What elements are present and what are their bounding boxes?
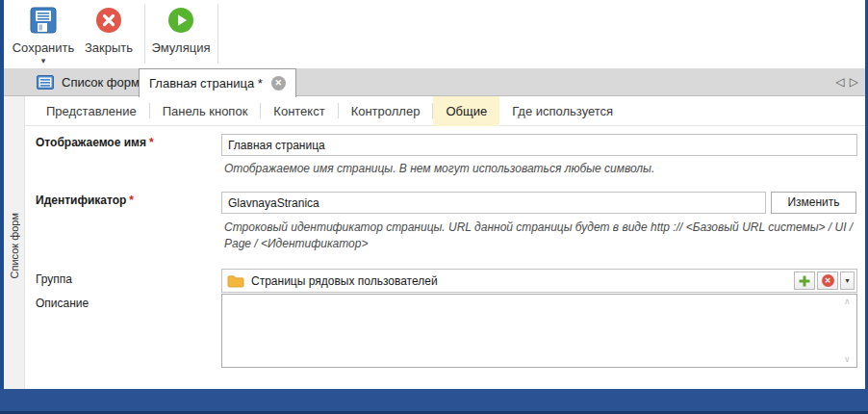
save-button-label: Сохранить	[13, 40, 75, 55]
description-textarea[interactable]	[221, 294, 857, 368]
toolbar: Сохранить ▾ Закрыть Эмуляция	[4, 0, 865, 69]
scroll-down-icon[interactable]: ∨	[844, 354, 851, 364]
identifier-label: Идентификатор*	[36, 194, 134, 207]
remove-circle-icon: ✕	[822, 274, 834, 287]
group-field-buttons: ✕ ▾	[794, 272, 855, 290]
description-label: Описание	[36, 297, 89, 310]
subtab-context[interactable]: Контекст	[261, 96, 337, 126]
identifier-hint: Строковый идентификатор страницы. URL да…	[224, 220, 857, 252]
save-button[interactable]: Сохранить ▾	[10, 0, 77, 68]
tab-main-page[interactable]: Главная страница * ✕	[139, 68, 296, 97]
side-panel-label: Список форм	[9, 213, 20, 279]
emulation-button-label: Эмуляция	[152, 40, 211, 55]
tab-scroll-right-icon[interactable]: ▷	[850, 75, 858, 89]
toolbar-separator	[144, 4, 145, 64]
scroll-up-icon[interactable]: ∧	[844, 297, 851, 306]
save-dropdown-icon[interactable]: ▾	[41, 57, 46, 65]
subtab-bar: Представление Панель кнопок Контекст Кон…	[25, 96, 865, 126]
display-name-hint: Отображаемое имя страницы. В нем могут и…	[224, 161, 654, 177]
play-circle-icon	[167, 7, 194, 38]
display-name-input[interactable]	[221, 134, 857, 156]
tab-scroll-left-icon[interactable]: ◁	[836, 75, 845, 89]
close-circle-icon	[95, 7, 122, 38]
identifier-input[interactable]	[221, 192, 766, 214]
tab-forms-list[interactable]: Список форм	[27, 68, 149, 96]
chevron-down-icon: ▾	[845, 276, 849, 285]
folder-icon	[227, 274, 244, 288]
clear-group-button[interactable]: ✕	[817, 272, 838, 290]
group-field[interactable]: Страницы рядовых пользователей ✕ ▾	[221, 269, 857, 293]
required-marker: *	[149, 136, 154, 149]
close-button[interactable]: Закрыть	[81, 0, 137, 68]
emulation-button[interactable]: Эмуляция	[150, 0, 212, 68]
save-icon	[30, 7, 57, 38]
tab-forms-list-label: Список форм	[62, 75, 140, 90]
display-name-label: Отображаемое имя*	[36, 136, 154, 149]
subtab-buttons-panel[interactable]: Панель кнопок	[150, 96, 261, 126]
plus-icon	[799, 275, 810, 287]
close-button-label: Закрыть	[85, 40, 133, 55]
form-designer-window: Сохранить ▾ Закрыть Эмуляция	[0, 0, 868, 414]
tab-close-icon[interactable]: ✕	[271, 76, 286, 91]
group-dropdown-button[interactable]: ▾	[840, 272, 855, 290]
subtab-general[interactable]: Общие	[433, 96, 499, 126]
add-group-button[interactable]	[794, 272, 815, 290]
status-bar	[0, 389, 868, 411]
tab-main-page-label: Главная страница *	[149, 76, 263, 91]
required-marker: *	[129, 194, 134, 207]
side-panel-tab[interactable]: Список форм	[4, 183, 25, 308]
document-tabstrip: Список форм Главная страница * ✕ ◁ ▷	[4, 68, 865, 96]
subtab-where-used[interactable]: Где используется	[499, 96, 625, 126]
toolbar-separator	[217, 4, 218, 64]
subtab-controller[interactable]: Контроллер	[339, 96, 433, 126]
group-value: Страницы рядовых пользователей	[251, 274, 794, 288]
group-label: Группа	[36, 272, 72, 286]
subtab-view[interactable]: Представление	[34, 96, 149, 126]
change-identifier-button[interactable]: Изменить	[771, 192, 856, 214]
tab-scroll-nav: ◁ ▷	[836, 75, 858, 89]
forms-list-icon	[37, 75, 54, 90]
